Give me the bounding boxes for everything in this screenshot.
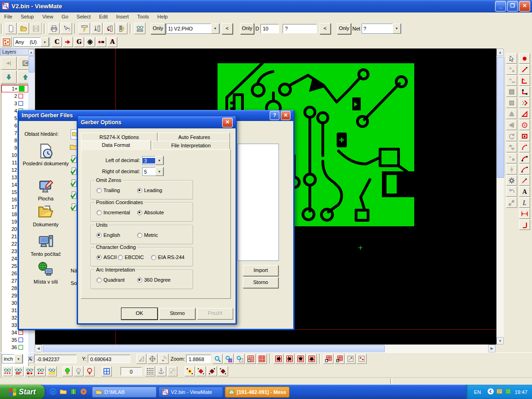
tab-auto-features[interactable]: Auto Features	[158, 133, 230, 141]
bulb-green-button[interactable]	[62, 366, 73, 376]
radio-button[interactable]	[118, 255, 123, 260]
menu-setup[interactable]: Setup	[17, 13, 38, 20]
vertical-scrollbar[interactable]: ▲ ▼	[496, 48, 504, 345]
radio-button[interactable]	[97, 233, 102, 238]
grid-value[interactable]: 0	[121, 367, 142, 375]
close-button[interactable]: ✕	[222, 118, 233, 127]
layer-color-swatch[interactable]	[19, 86, 24, 91]
scrollbar-thumb[interactable]	[497, 57, 504, 178]
net-combo[interactable]: ? ▼	[362, 24, 401, 34]
scroll-up-icon[interactable]: ▲	[496, 48, 504, 56]
cancel-button[interactable]: Storno	[243, 277, 278, 288]
scrollbar-thumb[interactable]	[29, 56, 35, 73]
prev-net-button[interactable]: <	[320, 23, 331, 34]
curve-pads-button[interactable]	[519, 153, 530, 163]
radio-button[interactable]	[137, 278, 142, 283]
move-dcode-button[interactable]	[506, 64, 517, 75]
chevron-down-icon[interactable]: ▼	[393, 24, 401, 34]
grid-dd-button[interactable]	[246, 354, 256, 364]
right-of-decimal-combo[interactable]: 5 ▼	[142, 167, 164, 176]
layer-row[interactable]: 2	[1, 92, 28, 100]
radio-button[interactable]	[137, 233, 142, 238]
flash-square-2-button[interactable]	[506, 97, 517, 108]
menu-help[interactable]: Help	[153, 13, 172, 20]
film-flash-button[interactable]	[79, 23, 90, 34]
select-region-button[interactable]	[357, 354, 367, 364]
dot-grid-button[interactable]	[145, 366, 155, 376]
cancel-button[interactable]: Storno	[159, 308, 195, 320]
clover-icon[interactable]	[505, 388, 512, 396]
sketch-pen-button[interactable]	[519, 175, 530, 186]
save-file-button[interactable]	[30, 23, 42, 34]
gerber-dialog-titlebar[interactable]: Gerber Options ✕	[78, 116, 236, 128]
layer-row[interactable]: 35	[1, 336, 28, 344]
anchor-button[interactable]	[156, 366, 166, 376]
radio-english[interactable]: English	[97, 232, 120, 238]
layer-color-swatch[interactable]	[18, 101, 23, 106]
black-star-button[interactable]	[85, 37, 95, 47]
glasses-pads-button[interactable]	[24, 366, 35, 376]
measure-triangle-button[interactable]	[136, 354, 146, 364]
tab-file-interpretation[interactable]: File Interpretation	[152, 141, 230, 150]
tile-windows-button[interactable]	[102, 366, 112, 376]
layer-color-swatch[interactable]	[18, 338, 23, 342]
new-file-button[interactable]	[5, 23, 17, 34]
left-of-decimal-combo[interactable]: 3 ▼	[142, 156, 164, 165]
bezier-pen-button[interactable]	[519, 164, 530, 175]
line-45-button[interactable]	[519, 64, 530, 75]
corner-pads-button[interactable]	[519, 86, 530, 97]
select-arrow-button[interactable]	[506, 53, 517, 64]
radio-eia-rs-244[interactable]: EIA RS-244	[151, 254, 184, 260]
text-l-button[interactable]: L	[519, 197, 530, 208]
bulb-gray-button[interactable]	[73, 366, 84, 376]
tab-data-format[interactable]: Data Format	[81, 140, 151, 150]
radio-leading[interactable]: Leading	[137, 187, 162, 193]
radio-trailing[interactable]: Trailing	[97, 187, 120, 193]
minimize-button[interactable]: _	[495, 1, 506, 12]
radio-button[interactable]	[97, 278, 102, 283]
chevron-down-icon[interactable]: ▼	[41, 37, 49, 47]
pan-right-button[interactable]	[284, 354, 295, 364]
menu-edit[interactable]: Edit	[95, 13, 112, 20]
stretch-button[interactable]	[345, 354, 356, 364]
help-button[interactable]: ?	[270, 111, 279, 120]
undo-button[interactable]	[506, 186, 517, 197]
glasses-dots-button[interactable]	[2, 366, 12, 376]
pan-up-button[interactable]	[307, 354, 317, 364]
layer-row[interactable]: 1+	[1, 85, 28, 92]
arc-button[interactable]	[519, 142, 530, 152]
settings-gear-button[interactable]	[506, 175, 517, 186]
zoom-in-button[interactable]	[212, 354, 223, 364]
target-button[interactable]	[147, 354, 157, 364]
down-arrow-button[interactable]	[1, 71, 17, 84]
select-c-button[interactable]: C	[52, 37, 62, 47]
prev-layer-button[interactable]: <	[222, 23, 233, 34]
language-indicator[interactable]: EN	[470, 389, 484, 395]
restore-button[interactable]: ❐	[507, 1, 518, 12]
radio-button[interactable]	[97, 188, 102, 193]
only-dcode-button[interactable]: Only	[240, 23, 254, 34]
align-points-button[interactable]	[506, 164, 517, 175]
ie-shortcut[interactable]: e	[49, 388, 57, 396]
book-shortcut[interactable]	[70, 388, 77, 396]
folder-ql-shortcut[interactable]	[60, 388, 67, 396]
radio-incremental[interactable]: Incremental	[97, 210, 130, 215]
chevron-down-icon[interactable]: ▼	[211, 24, 219, 34]
radio-quadrant[interactable]: Quadrant	[97, 277, 125, 283]
radio-metric[interactable]: Metric	[137, 232, 158, 238]
radio-ascii[interactable]: ASCII	[97, 254, 117, 260]
place-m-sta-v-s-ti[interactable]: Místa v síti	[23, 261, 69, 285]
pan-down-button[interactable]	[296, 354, 306, 364]
chevron-down-icon[interactable]: ▼	[14, 354, 23, 363]
radio-button[interactable]	[137, 210, 142, 215]
radio-360-degree[interactable]: 360 Degree	[137, 277, 171, 283]
flash-square-button[interactable]	[506, 86, 517, 97]
close-button[interactable]: ✕	[519, 1, 530, 12]
only-net-button[interactable]: Only	[337, 23, 351, 34]
stretch-2-button[interactable]	[167, 366, 177, 376]
chevron-icon[interactable]	[487, 388, 494, 396]
radio-ebcdic[interactable]: EBCDIC	[118, 254, 144, 260]
radio-button[interactable]	[97, 255, 102, 260]
context-help-button[interactable]: ?	[60, 23, 72, 34]
mirror-vertical-button[interactable]	[506, 109, 517, 119]
